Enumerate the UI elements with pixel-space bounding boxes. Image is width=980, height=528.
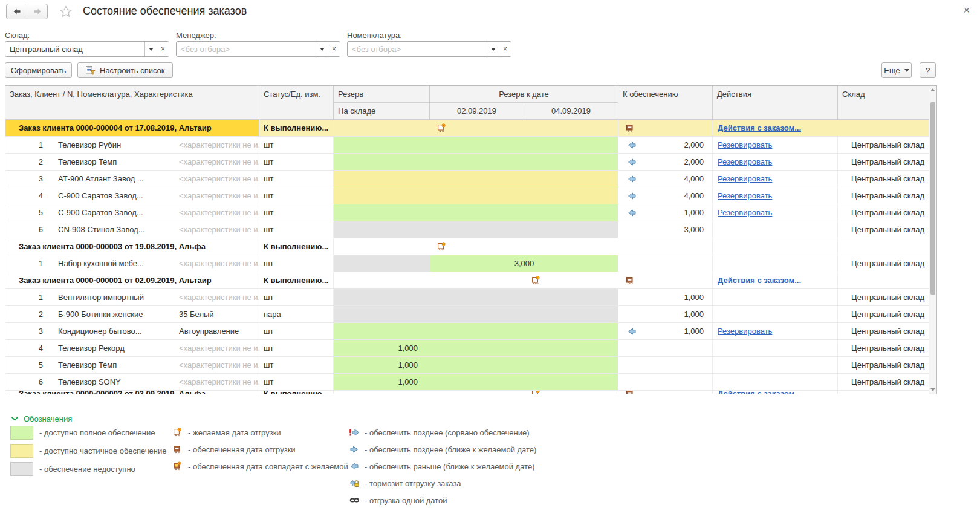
item-row[interactable]: 5Телевизор Темп<характеристики не и...шт… bbox=[5, 357, 930, 374]
filter-manager-input[interactable] bbox=[177, 42, 316, 56]
scrollbar-thumb[interactable] bbox=[930, 102, 935, 295]
legend-icon-box bbox=[348, 428, 361, 437]
item-row[interactable]: 2Б-900 Ботинки женские35 Белыйпара1,000Ц… bbox=[5, 306, 930, 323]
filter-manager-dropdown-button[interactable] bbox=[316, 42, 328, 56]
reserve-link[interactable]: Резервировать bbox=[718, 174, 772, 183]
order-group-row[interactable]: Заказ клиента 0000-000002 от 02.09.2019,… bbox=[5, 391, 930, 394]
filter-nomenclature-input[interactable] bbox=[348, 42, 487, 56]
order-group-row[interactable]: Заказ клиента 0000-000004 от 17.08.2019,… bbox=[5, 120, 930, 137]
filter-nomenclature-dropdown-button[interactable] bbox=[487, 42, 499, 56]
item-columns: 4Телевизор Рекорд<характеристики не и... bbox=[5, 340, 259, 356]
configure-list-button[interactable]: Настроить список bbox=[77, 62, 173, 78]
item-row[interactable]: 4С-900 Саратов Завод...<характеристики н… bbox=[5, 187, 930, 204]
actions-cell bbox=[713, 357, 838, 373]
arrow-left-icon bbox=[349, 462, 359, 471]
filter-warehouse-clear-button[interactable]: × bbox=[157, 42, 169, 56]
reserve-link[interactable]: Резервировать bbox=[718, 327, 772, 336]
warehouse-cell: Центральный склад bbox=[838, 255, 930, 272]
secured-date-icon bbox=[626, 123, 635, 133]
scroll-down-icon[interactable] bbox=[930, 388, 935, 391]
order-title: Заказ клиента 0000-000003 от 19.08.2019,… bbox=[19, 242, 206, 251]
filter-manager: Менеджер: × bbox=[176, 31, 340, 57]
item-number: 3 bbox=[5, 323, 43, 339]
generate-button[interactable]: Сформировать bbox=[5, 62, 72, 78]
actions-cell: Резервировать bbox=[713, 154, 838, 170]
item-columns: 4С-900 Саратов Завод...<характеристики н… bbox=[5, 187, 259, 204]
arrow-left-icon bbox=[627, 209, 637, 217]
reserve-link[interactable]: Резервировать bbox=[718, 157, 772, 166]
filter-manager-clear-button[interactable]: × bbox=[328, 42, 340, 56]
reserve-band-cell: 1,000 bbox=[334, 340, 618, 356]
item-name: С-900 Саратов Завод... bbox=[58, 187, 179, 204]
reserve-link[interactable]: Резервировать bbox=[718, 140, 772, 149]
forward-button[interactable] bbox=[27, 4, 47, 19]
close-button[interactable]: × bbox=[960, 4, 973, 17]
reserve-band-cell bbox=[334, 137, 618, 153]
legend-color-swatch-yellow bbox=[10, 444, 33, 458]
order-cell: 1Набор кухонной мебе...<характеристики н… bbox=[5, 255, 259, 272]
item-columns: 6CN-908 Стинол Завод...<характеристики н… bbox=[5, 221, 259, 238]
legend-color-item: - доступно полное обеспечение bbox=[10, 425, 166, 440]
order-cell: 5Телевизор Темп<характеристики не и... bbox=[5, 357, 259, 373]
order-actions-link[interactable]: Действия с заказом... bbox=[718, 276, 801, 285]
item-row[interactable]: 4Телевизор Рекорд<характеристики не и...… bbox=[5, 340, 930, 357]
actions-cell bbox=[713, 255, 838, 272]
order-actions-link[interactable]: Действия с заказом... bbox=[718, 123, 801, 132]
vertical-scrollbar[interactable] bbox=[929, 86, 936, 394]
item-row[interactable]: 3АТ-900 Атлант Завод ...<характеристики … bbox=[5, 171, 930, 187]
item-row[interactable]: 2Телевизор Темп<характеристики не и...шт… bbox=[5, 154, 930, 171]
actions-cell bbox=[713, 306, 838, 322]
item-characteristic: <характеристики не и... bbox=[179, 374, 259, 390]
item-characteristic: <характеристики не и... bbox=[179, 357, 259, 373]
filter-warehouse: Склад: × bbox=[5, 31, 169, 57]
item-columns: 1Вентилятор импортный<характеристики не … bbox=[5, 289, 259, 305]
item-row[interactable]: 5С-900 Саратов Завод...<характеристики н… bbox=[5, 204, 930, 221]
filter-nomenclature-clear-button[interactable]: × bbox=[499, 42, 511, 56]
order-group-row[interactable]: Заказ клиента 0000-000001 от 02.09.2019,… bbox=[5, 272, 930, 289]
help-button[interactable]: ? bbox=[920, 62, 936, 78]
filter-nomenclature-label: Номенклатура: bbox=[347, 31, 511, 40]
item-unit: пара bbox=[264, 310, 281, 319]
item-row[interactable]: 1Вентилятор импортный<характеристики не … bbox=[5, 289, 930, 306]
filter-warehouse-dropdown-button[interactable] bbox=[144, 42, 157, 56]
order-actions-link[interactable]: Действия с заказом... bbox=[718, 391, 801, 394]
item-row[interactable]: 6Телевизор SONY<характеристики не и...шт… bbox=[5, 374, 930, 391]
reserve-link[interactable]: Резервировать bbox=[718, 208, 772, 217]
item-row[interactable]: 1Набор кухонной мебе...<характеристики н… bbox=[5, 255, 930, 272]
arrow-left-icon bbox=[627, 192, 637, 200]
item-name: Набор кухонной мебе... bbox=[58, 255, 179, 272]
item-characteristic: <характеристики не и... bbox=[179, 187, 259, 204]
item-number: 5 bbox=[5, 204, 43, 221]
item-row[interactable]: 1Телевизор Рубин<характеристики не и...ш… bbox=[5, 137, 930, 154]
item-number: 4 bbox=[5, 187, 43, 204]
to-provision-cell: 1,000 bbox=[618, 204, 713, 221]
item-unit: шт bbox=[264, 225, 273, 234]
status-cell: К выполнению... bbox=[259, 120, 334, 136]
more-button[interactable]: Еще bbox=[881, 62, 912, 78]
back-arrow-icon bbox=[12, 7, 22, 16]
reserve-band-cell bbox=[334, 238, 618, 255]
filter-nomenclature: Номенклатура: × bbox=[347, 31, 511, 57]
order-cell: 4С-900 Саратов Завод...<характеристики н… bbox=[5, 187, 259, 204]
order-group-row[interactable]: Заказ клиента 0000-000003 от 19.08.2019,… bbox=[5, 238, 930, 255]
back-button[interactable] bbox=[7, 4, 27, 19]
legend-arrow-icons-column: - обеспечить позднее (сорвано обеспечени… bbox=[348, 425, 536, 510]
warehouse-cell: Центральный склад bbox=[838, 204, 930, 221]
column-header-to-provision: К обеспечению bbox=[618, 86, 713, 120]
warehouse-cell bbox=[838, 391, 930, 394]
filter-warehouse-input[interactable] bbox=[5, 42, 144, 56]
item-unit: шт bbox=[264, 174, 273, 183]
item-row[interactable]: 3Кондиционер бытово...Автоуправлениешт1,… bbox=[5, 323, 930, 340]
actions-cell: Действия с заказом... bbox=[713, 272, 838, 288]
arrow-left-icon bbox=[627, 175, 637, 183]
actions-cell bbox=[713, 374, 838, 390]
legend-icon-box bbox=[348, 445, 361, 454]
item-row[interactable]: 6CN-908 Стинол Завод...<характеристики н… bbox=[5, 221, 930, 238]
legend-toggle[interactable]: Обозначения bbox=[6, 414, 72, 423]
scroll-up-icon[interactable] bbox=[930, 88, 935, 91]
secured-date-icon bbox=[173, 445, 183, 454]
legend-arrow-icon-label: - обеспечить позднее (сорвано обеспечени… bbox=[365, 428, 530, 437]
warehouse-cell: Центральный склад bbox=[838, 171, 930, 187]
reserve-link[interactable]: Резервировать bbox=[718, 191, 772, 200]
favorite-button[interactable] bbox=[59, 4, 73, 19]
